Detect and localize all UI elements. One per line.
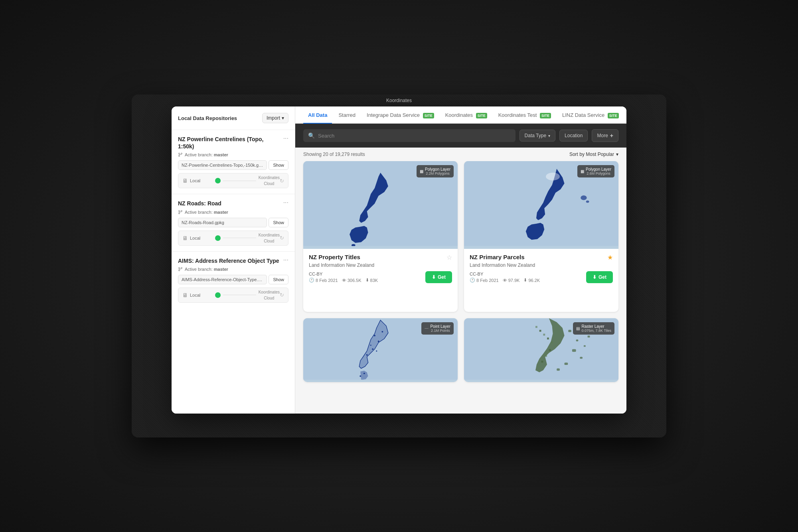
card-nz-primary-parcels[interactable]: ▦ Polygon Layer 2.6M Polygons NZ Primary…: [464, 161, 618, 312]
svg-rect-26: [543, 333, 545, 335]
svg-point-4: [181, 210, 182, 211]
branch-icon: [178, 267, 183, 272]
get-button[interactable]: ⬇ Get: [425, 271, 452, 283]
repo-name: NZ Roads: Road: [178, 200, 280, 207]
search-input-wrap[interactable]: 🔍: [303, 129, 516, 142]
eye-icon: 👁: [503, 278, 507, 283]
results-count: Showing 20 of 19,279 results: [303, 152, 365, 157]
star-icon[interactable]: ★: [607, 254, 613, 261]
card-nz-property-titles[interactable]: ▦ Polygon Layer 2.2M Polygons NZ Propert…: [303, 161, 458, 312]
cloud-label: Koordinates: [259, 233, 280, 237]
sidebar: Local Data Repositories Import ▾ NZ Powe…: [172, 106, 295, 414]
stat-date: 🕐 8 Feb 2021: [470, 278, 499, 283]
search-area: 🔍 Data Type ▾ Location More +: [295, 124, 626, 148]
refresh-icon[interactable]: ↻: [280, 235, 284, 241]
window-title: Koordinates: [386, 98, 412, 103]
sidebar-title: Local Data Repositories: [178, 115, 237, 121]
repo-item: NZ Roads: Road ··· Active branch: master: [172, 194, 295, 251]
tab-all-data[interactable]: All Data: [303, 106, 332, 124]
file-row: NZ-Powerline-Centrelines-Topo,-150k.gp..…: [178, 160, 288, 170]
sync-local: 🖥 Local: [182, 292, 215, 298]
tab-koordinates-test[interactable]: Koordinates Test SITE: [494, 106, 556, 124]
tab-integrape[interactable]: Integrape Data Service SITE: [362, 106, 439, 124]
stat-views-value: 306.5K: [348, 278, 361, 283]
card-info: NZ Primary Parcels ★ Land Information Ne…: [464, 249, 618, 288]
chevron-down-icon: ▾: [282, 115, 284, 121]
svg-rect-30: [545, 355, 547, 357]
card-point-layer[interactable]: ⋯ Point Layer 2.1M Points: [303, 318, 458, 382]
location-filter-button[interactable]: Location: [559, 130, 588, 142]
layer-icon: ▤: [576, 326, 580, 331]
repo-branch: Active branch: master: [178, 267, 288, 272]
card-meta: CC-BY 🕐 8 Feb 2021 👁 306.5K: [309, 272, 378, 283]
chevron-down-icon: ▾: [548, 134, 550, 138]
tab-koordinates[interactable]: Koordinates SITE: [440, 106, 492, 124]
stat-date-value: 8 Feb 2021: [316, 278, 338, 283]
more-filter-button[interactable]: More +: [592, 129, 618, 142]
sync-cloud: Koordinates Cloud: [259, 175, 280, 186]
sidebar-header: Local Data Repositories Import ▾: [172, 113, 295, 130]
card-map: ▦ Polygon Layer 2.2M Polygons: [303, 161, 458, 249]
sync-status-dot: [215, 235, 221, 241]
sync-row: 🖥 Local Koordinates Cloud ↻: [178, 173, 288, 188]
layer-type: Point Layer 2.1M Points: [430, 324, 450, 333]
svg-point-1: [181, 153, 182, 154]
stat-views: 👁 97.9K: [503, 278, 520, 283]
sync-cloud: Koordinates Cloud: [259, 233, 280, 243]
cards-grid: ▦ Polygon Layer 2.2M Polygons NZ Propert…: [295, 161, 626, 414]
layer-badge: ▦ Polygon Layer 2.6M Polygons: [577, 165, 614, 177]
repo-menu-button[interactable]: ···: [280, 199, 288, 206]
stat-downloads: ⬇ 83K: [365, 278, 378, 283]
local-label: Local: [190, 178, 200, 183]
card-map: ▦ Polygon Layer 2.6M Polygons: [464, 161, 618, 249]
get-button[interactable]: ⬇ Get: [586, 271, 613, 283]
card-title-row: NZ Property Titles ☆: [309, 254, 452, 261]
svg-rect-39: [557, 368, 560, 370]
card-stats: 🕐 8 Feb 2021 👁 306.5K ⬇: [309, 278, 378, 283]
file-input: NZ-Powerline-Centrelines-Topo,-150k.gp..…: [178, 160, 267, 170]
svg-rect-38: [588, 335, 590, 337]
title-bar: Koordinates: [132, 95, 666, 106]
repo-menu-button[interactable]: ···: [280, 256, 288, 264]
stat-views-value: 97.9K: [508, 278, 520, 283]
import-button[interactable]: Import ▾: [262, 113, 288, 123]
eye-icon: 👁: [342, 278, 346, 283]
sync-status-dot: [215, 178, 221, 183]
sort-button[interactable]: Sort by Most Popular ▾: [569, 152, 618, 157]
get-label: Get: [598, 274, 606, 280]
search-icon: 🔍: [308, 132, 315, 139]
svg-point-6: [179, 267, 180, 268]
search-input[interactable]: [318, 133, 511, 139]
repo-item-header: NZ Powerline Centrelines (Topo, 1:50k) ·…: [178, 136, 288, 150]
show-button[interactable]: Show: [269, 218, 288, 227]
data-type-filter-button[interactable]: Data Type ▾: [519, 130, 555, 142]
svg-rect-36: [565, 363, 568, 365]
stat-views: 👁 306.5K: [342, 278, 361, 283]
tab-linz[interactable]: LINZ Data Service SITE: [557, 106, 624, 124]
card-info: NZ Property Titles ☆ Land Information Ne…: [303, 249, 458, 288]
refresh-icon[interactable]: ↻: [280, 292, 284, 298]
sync-local: 🖥 Local: [182, 177, 215, 184]
show-button[interactable]: Show: [269, 160, 288, 170]
stat-downloads-value: 96.2K: [528, 278, 540, 283]
layer-badge: ▦ Polygon Layer 2.2M Polygons: [417, 165, 454, 177]
svg-point-3: [179, 210, 180, 211]
download-icon: ⬇: [432, 274, 436, 280]
clock-icon: 🕐: [309, 278, 314, 283]
refresh-icon[interactable]: ↻: [280, 178, 284, 184]
tab-starred[interactable]: Starred: [334, 106, 360, 124]
cloud-label: Koordinates: [259, 175, 280, 180]
card-raster-layer[interactable]: ▤ Raster Layer 0.075m, 7.8K Tiles: [464, 318, 618, 382]
layer-badge: ⋯ Point Layer 2.1M Points: [421, 322, 454, 335]
repo-item: NZ Powerline Centrelines (Topo, 1:50k) ·…: [172, 130, 295, 194]
layer-type: Polygon Layer 2.6M Polygons: [586, 167, 611, 175]
cloud-label: Koordinates: [259, 290, 280, 294]
show-button[interactable]: Show: [269, 275, 288, 284]
svg-rect-25: [539, 330, 541, 332]
star-icon[interactable]: ☆: [446, 254, 452, 261]
site-badge: SITE: [476, 113, 487, 118]
data-type-label: Data Type: [525, 133, 546, 138]
repo-menu-button[interactable]: ···: [280, 135, 288, 142]
branch-label: Active branch: master: [185, 210, 228, 215]
chatham-islands: [581, 195, 587, 200]
